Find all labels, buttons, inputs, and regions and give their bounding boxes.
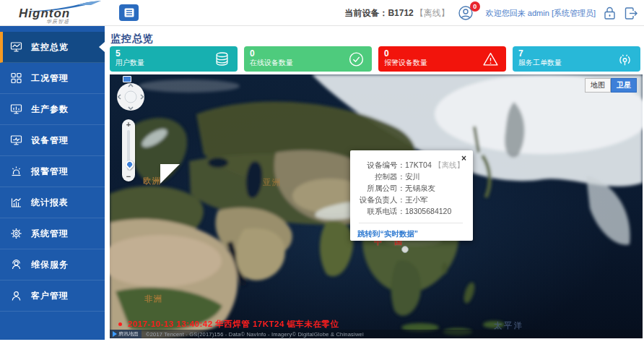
current-device-text: 当前设备：B1712【离线】 xyxy=(344,7,449,20)
kpi-card-alarm-devices: 0 报警设备数量 xyxy=(378,46,506,72)
kpi-card-work-orders: 7 服务工单数量 xyxy=(513,46,640,72)
alarm-ticker: 2017-10-13 13:40:42 华西焊管 17KT24 锯车未在零位 xyxy=(118,319,339,330)
sidebar-item-label: 统计报表 xyxy=(31,197,69,209)
lock-icon xyxy=(603,6,617,20)
popup-row-device-id: 设备编号：17KT04 【离线】 xyxy=(357,159,464,171)
map-label-africa: 非洲 xyxy=(144,294,163,304)
sidebar-item-label: 报警管理 xyxy=(31,166,69,178)
realtime-data-link[interactable]: 跳转到“实时数据” xyxy=(357,229,464,239)
map-type-toggle: 地图 卫星 xyxy=(585,78,637,93)
popup-row-company: 所属公司：无锡泉友 xyxy=(357,182,464,194)
sidebar-toggle-button[interactable] xyxy=(119,4,139,21)
map-mode-button[interactable]: 地图 xyxy=(585,78,611,93)
kpi-card-users: 5 用户数量 xyxy=(110,46,238,72)
sidebar-item-customer-mgmt[interactable]: 客户管理 xyxy=(0,280,105,312)
main-content: 监控总览 5 用户数量 0 在线设备数量 xyxy=(105,26,644,347)
bar-chart-icon xyxy=(10,197,22,208)
monitor-icon xyxy=(10,134,22,146)
device-status-text: 【离线】 xyxy=(415,8,450,18)
device-info-popup: × 设备编号：17KT04 【离线】 控制器：安川 所属公司：无锡泉友 设备负责… xyxy=(350,150,473,241)
sidebar-item-maintenance-service[interactable]: 维保服务 xyxy=(0,249,105,280)
sidebar-item-statistics-report[interactable]: 统计报表 xyxy=(0,187,105,218)
device-map-marker[interactable] xyxy=(401,246,409,253)
sidebar-item-label: 系统管理 xyxy=(31,228,69,240)
sidebar-item-label: 设备管理 xyxy=(31,134,69,147)
alert-dot-icon xyxy=(118,322,122,326)
sidebar-item-condition-mgmt[interactable]: 工况管理 xyxy=(0,63,105,94)
lock-screen-button[interactable] xyxy=(603,6,617,20)
popup-row-phone: 联系电话：18305684120 xyxy=(357,205,464,217)
logout-icon xyxy=(624,7,638,20)
gear-icon xyxy=(10,228,22,239)
popup-divider xyxy=(359,223,463,223)
map-label-europe: 欧洲 xyxy=(143,176,162,187)
user-icon xyxy=(10,290,22,301)
database-icon xyxy=(214,51,230,67)
popup-tail xyxy=(160,164,180,184)
zoom-thumb-handle[interactable] xyxy=(124,159,136,171)
kpi-cards-row: 5 用户数量 0 在线设备数量 0 报警设备数量 xyxy=(110,46,641,72)
grid-icon xyxy=(10,72,22,84)
monitor-chart-icon xyxy=(10,41,22,53)
monitor-bars-icon xyxy=(10,103,22,115)
menu-list-icon xyxy=(124,8,134,17)
sidebar-item-monitor-overview[interactable]: 监控总览 xyxy=(0,32,105,63)
satellite-map-canvas[interactable]: 欧洲 亚洲 非洲 太平洋 中 国 地图 卫星 + xyxy=(110,74,643,338)
sidebar-item-label: 工况管理 xyxy=(31,72,69,85)
sidebar-nav: 监控总览 工况管理 生产参数 设备管理 xyxy=(0,26,105,340)
sidebar-item-label: 维保服务 xyxy=(31,259,69,271)
map-label-asia: 亚洲 xyxy=(263,177,282,188)
check-circle-icon xyxy=(348,51,365,67)
popup-row-controller: 控制器：安川 xyxy=(357,171,464,182)
tencent-logo-icon xyxy=(113,331,117,337)
sidebar-item-label: 生产参数 xyxy=(31,103,69,116)
support-headset-icon xyxy=(10,259,22,270)
zoom-in-button[interactable]: + xyxy=(126,121,131,128)
zoom-track[interactable] xyxy=(127,130,130,171)
map-zoom-slider: + − xyxy=(122,119,135,181)
map-pan-control[interactable] xyxy=(116,82,146,112)
kpi-card-online-devices: 0 在线设备数量 xyxy=(244,46,372,72)
map-overview-button[interactable] xyxy=(123,76,131,82)
popup-device-status: 【离线】 xyxy=(434,159,464,171)
attribution-text: ©2017 Tencent - GS(2017)156 - Data© NavI… xyxy=(146,331,364,338)
sidebar-item-label: 客户管理 xyxy=(31,290,69,302)
notification-badge: 0 xyxy=(470,1,480,12)
warning-triangle-icon xyxy=(482,51,499,67)
app-window: Hignton 华辰智通 当前设备：B1712【离线】 0 xyxy=(0,0,644,347)
alarm-siren-icon xyxy=(10,166,22,177)
top-header: Hignton 华辰智通 当前设备：B1712【离线】 0 xyxy=(0,0,644,26)
notifications-button[interactable]: 0 xyxy=(457,4,479,22)
popup-row-owner: 设备负责人：王小军 xyxy=(357,194,464,205)
logo-subtext: 华辰智通 xyxy=(46,18,69,25)
satellite-mode-button[interactable]: 卫星 xyxy=(611,78,637,93)
alert-message: 2017-10-13 13:40:42 华西焊管 17KT24 锯车未在零位 xyxy=(128,319,339,330)
sidebar-item-production-params[interactable]: 生产参数 xyxy=(0,94,105,125)
header-right-group: 当前设备：B1712【离线】 0 欢迎您回来 admin [系统管理员] xyxy=(344,0,638,26)
page-title: 监控总览 xyxy=(110,33,154,46)
welcome-user-text[interactable]: 欢迎您回来 admin [系统管理员] xyxy=(486,8,596,19)
sidebar-item-system-mgmt[interactable]: 系统管理 xyxy=(0,218,105,249)
sidebar-item-alarm-mgmt[interactable]: 报警管理 xyxy=(0,156,105,187)
broadcast-icon xyxy=(617,51,633,67)
sidebar-item-device-mgmt[interactable]: 设备管理 xyxy=(0,125,105,156)
zoom-out-button[interactable]: − xyxy=(126,173,131,180)
brand-logo: Hignton 华辰智通 xyxy=(9,1,103,25)
sidebar-item-label: 监控总览 xyxy=(31,41,69,53)
map-attribution-bar: 腾讯地图 ©2017 Tencent - GS(2017)156 - Data©… xyxy=(110,330,643,338)
tencent-map-logo: 腾讯地图 xyxy=(110,330,142,338)
logout-button[interactable] xyxy=(624,7,638,20)
